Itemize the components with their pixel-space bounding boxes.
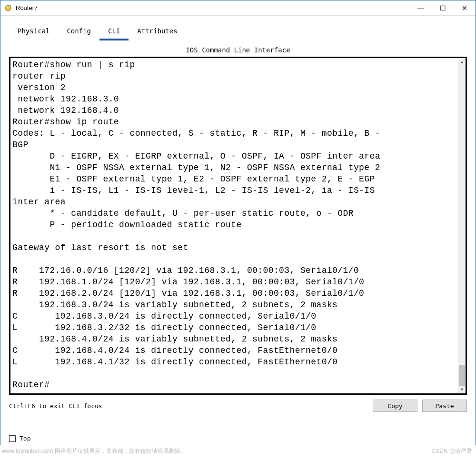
scrollbar[interactable]: ▲ ▼ [458,58,466,393]
terminal-container: Router#show run | s rip router rip versi… [9,57,467,395]
minimize-icon: — [417,4,424,12]
top-checkbox[interactable] [9,435,16,442]
hint-row: Ctrl+F6 to exit CLI focus Copy Paste [9,395,467,418]
minimize-button[interactable]: — [410,0,432,15]
tab-physical[interactable]: Physical [9,24,58,40]
footer-right: CSDN @汝严君 [431,447,475,455]
scroll-down-icon[interactable]: ▼ [458,386,466,393]
tab-bar: Physical Config CLI Attributes [9,24,467,40]
tab-config[interactable]: Config [58,24,99,40]
scroll-up-icon[interactable]: ▲ [458,58,466,66]
window-controls: — ☐ ✕ [410,0,476,15]
window-title: Router7 [16,4,38,11]
scroll-thumb[interactable] [459,365,465,386]
terminal-output[interactable]: Router#show run | s rip router rip versi… [10,58,458,393]
router-icon [4,4,12,12]
close-button[interactable]: ✕ [454,0,476,15]
tab-attributes[interactable]: Attributes [129,24,186,40]
page-footer: www.toymoban.com 网络图片仅供展示，非存储，如有侵权请联系删除。… [0,445,475,455]
close-icon: ✕ [462,4,467,12]
paste-button[interactable]: Paste [422,400,467,412]
svg-point-0 [5,5,11,11]
svg-point-1 [7,6,8,8]
cli-header-label: IOS Command Line Interface [9,41,467,57]
top-toggle-row: Top [0,432,476,445]
titlebar[interactable]: Router7 — ☐ ✕ [0,0,476,16]
tab-cli[interactable]: CLI [99,24,129,40]
maximize-icon: ☐ [440,4,446,12]
app-window: Router7 — ☐ ✕ Physical Config CLI Attrib… [0,0,476,445]
copy-button[interactable]: Copy [373,400,417,412]
footer-left: www.toymoban.com 网络图片仅供展示，非存储，如有侵权请联系删除。 [2,447,186,455]
top-label: Top [20,435,30,442]
cli-focus-hint: Ctrl+F6 to exit CLI focus [9,402,368,410]
content-area: Physical Config CLI Attributes IOS Comma… [0,16,476,432]
maximize-button[interactable]: ☐ [432,0,454,15]
